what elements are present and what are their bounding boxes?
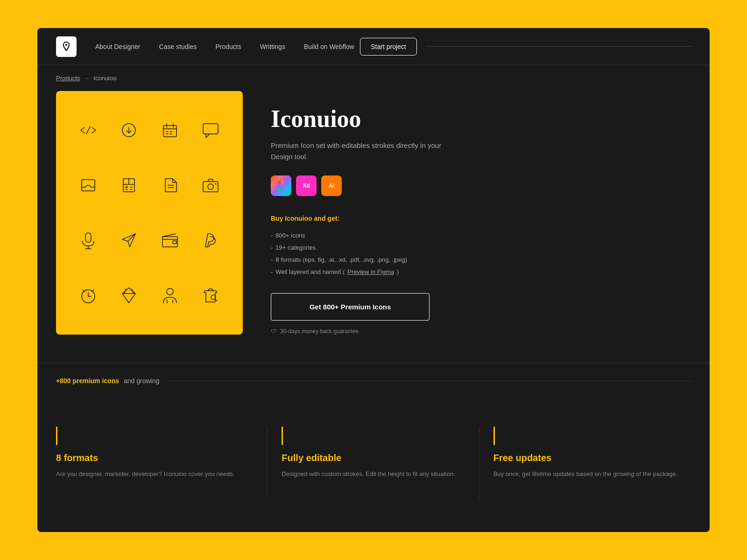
feature-accent-1 [282,427,283,445]
icon-document [159,174,181,196]
svg-line-44 [132,289,134,294]
feature-list: 800+ icons 19+ categories 8 formats (eps… [271,230,691,278]
icon-chat [199,119,222,141]
feature-item-4: Well layered and named (Preview in Figma… [271,266,691,278]
buy-label: Buy Iconuioo and get: [271,215,691,222]
icon-code [77,119,99,141]
banner-highlight: +800 premium icons [56,377,119,385]
banner-line [169,381,691,381]
badge-figma [271,175,291,196]
product-subtitle: Premium Icon set with editables strokes … [271,140,448,162]
icon-inbox [77,174,99,196]
badge-ai: Ai [321,175,342,196]
icon-send [118,229,140,252]
feature-title-2: Free updates [493,453,691,463]
shield-icon: 🛡 [271,328,276,335]
nav-writtings[interactable]: Writtings [260,43,285,50]
svg-rect-13 [203,124,218,134]
feature-item-3: 8 formats (eps, fig, .ai, .xd, .pdf, .sv… [271,254,691,266]
preview-figma-link[interactable]: Preview in Figma [347,266,394,278]
icon-calculator [118,174,140,196]
icon-person [159,284,181,307]
icon-wallet [159,229,181,252]
svg-rect-27 [203,182,218,192]
svg-line-33 [128,234,135,241]
feature-title-1: Fully editable [282,453,465,463]
feature-desc-0: Are you designer, marketer, developer? I… [56,469,253,479]
navbar: About Designer Case studies Products Wri… [37,28,710,65]
icon-download-circle [118,119,140,141]
svg-point-45 [167,288,173,295]
start-project-button[interactable]: Start project [360,38,416,56]
svg-marker-41 [122,288,135,303]
feature-accent-2 [493,427,495,445]
feature-desc-2: Buy once, get lifetime updates based on … [493,469,691,479]
icon-diamond [118,284,140,307]
banner-text: and growing [124,377,159,385]
svg-line-1 [86,126,90,134]
icon-bag-search [199,284,222,307]
feature-item-1: 800+ icons [271,230,691,242]
svg-rect-30 [85,233,91,242]
icon-camera [199,174,222,196]
xd-label: Xd [303,182,310,189]
nav-webflow[interactable]: Build on Webflow [304,43,354,50]
nav-case-studies[interactable]: Case studies [159,43,197,50]
svg-line-43 [124,289,126,294]
icon-alarm [77,284,99,307]
nav-about[interactable]: About Designer [95,43,141,50]
breadcrumb-current: Iconuioo [93,75,116,82]
svg-rect-35 [173,241,176,244]
badge-xd: Xd [296,175,317,196]
product-info: Iconuioo Premium Icon set with editables… [271,91,691,335]
product-title: Iconuioo [271,105,691,133]
nav-line [426,46,691,47]
icon-paypal [199,229,222,252]
feature-accent-0 [56,427,57,445]
icon-microphone [77,229,99,252]
svg-point-28 [208,184,213,189]
breadcrumb-separator: → [84,75,90,82]
icon-preview-grid [56,91,243,335]
feature-desc-1: Designed with custom strokes. Edit the h… [282,469,465,479]
ai-label: Ai [329,182,334,189]
breadcrumb-products-link[interactable]: Products [56,75,80,82]
svg-rect-4 [163,126,176,137]
nav-products[interactable]: Products [215,43,241,50]
feature-item-2: 19+ categories [271,242,691,254]
bottom-banner: +800 premium icons and growing [37,363,710,399]
main-wrapper: About Designer Case studies Products Wri… [37,28,710,532]
features-section: 8 formats Are you designer, marketer, de… [37,399,710,526]
feature-card-1: Fully editable Designed with custom stro… [268,427,479,498]
guarantee-text: 30-days money back guarantee [280,328,359,335]
cta-button[interactable]: Get 800+ Premium Icons [271,293,430,321]
guarantee: 🛡 30-days money back guarantee [271,328,691,335]
tool-badges: Xd Ai [271,175,691,196]
hero-section: Iconuioo Premium Icon set with editables… [37,91,710,363]
svg-rect-34 [162,237,177,247]
feature-title-0: 8 formats [56,453,253,463]
logo[interactable] [56,36,77,57]
svg-point-0 [65,44,67,46]
svg-point-29 [215,183,217,185]
outer-bg: About Designer Case studies Products Wri… [0,28,747,532]
icon-calendar [159,119,181,141]
feature-card-2: Free updates Buy once, get lifetime upda… [479,427,691,498]
breadcrumb: Products → Iconuioo [37,65,710,91]
nav-links: About Designer Case studies Products Wri… [95,43,360,50]
feature-card-0: 8 formats Are you designer, marketer, de… [56,427,268,498]
